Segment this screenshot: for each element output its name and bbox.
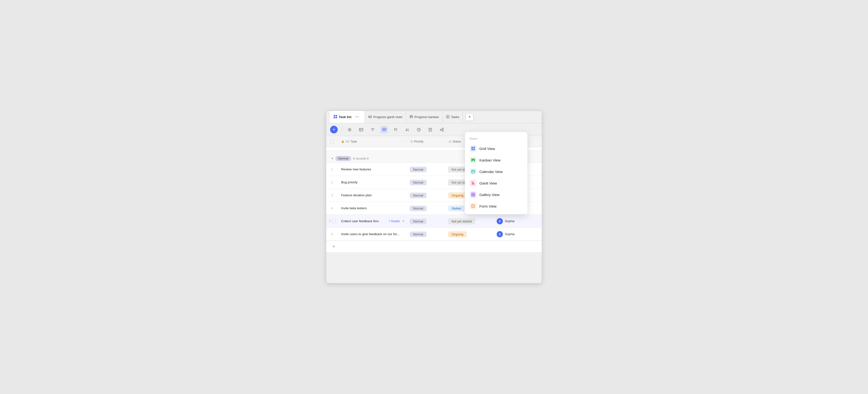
row-priority-3: Normal (407, 193, 446, 197)
row-task-4[interactable]: Invite beta testers (338, 206, 407, 210)
row-assignee-6: S Sophia (494, 231, 542, 237)
tab-kanban-icon (409, 115, 413, 119)
svg-rect-6 (371, 115, 372, 118)
group-label[interactable]: ▼ Normal 6 records ▾ (326, 156, 407, 161)
avatar-6: S (497, 231, 503, 237)
row-task-actions-5: ↗ Details + (388, 219, 404, 223)
row-checkbox-5[interactable] (332, 219, 336, 223)
footer-row: + (326, 241, 542, 252)
tab-task-list[interactable]: Task list ··· (330, 111, 365, 123)
svg-rect-43 (473, 195, 475, 196)
lock-icon: 🔒 (341, 140, 344, 143)
svg-rect-4 (369, 116, 369, 118)
svg-point-14 (349, 129, 350, 130)
svg-rect-21 (429, 128, 432, 131)
tab-progress-kanban[interactable]: Progress kanban (406, 111, 443, 123)
row-task-1[interactable]: Review new features (338, 167, 407, 171)
row-task-6[interactable]: Invite users to give feedback on our for… (338, 232, 407, 236)
add-tab-button[interactable]: + (466, 113, 473, 121)
tab-bar: Task list ··· Progress gantt chart Progr… (326, 111, 542, 123)
add-record-button[interactable]: + (330, 126, 338, 133)
settings-button[interactable] (346, 126, 353, 133)
table-row: 6 Invite users to give feedback on our f… (326, 228, 542, 241)
th-checkbox (326, 140, 338, 143)
share-button[interactable] (438, 126, 445, 133)
svg-rect-9 (412, 115, 413, 118)
svg-rect-27 (473, 149, 475, 150)
expand-icon-5: ↗ (388, 220, 390, 223)
dropdown-item-grid-view[interactable]: Grid View (465, 143, 527, 154)
dropdown-item-form-view[interactable]: Form View (465, 200, 527, 212)
add-field-5[interactable]: + (402, 219, 404, 223)
assignee-name-6: Sophia (505, 232, 515, 236)
svg-rect-36 (473, 171, 474, 172)
sort-az-button[interactable] (392, 126, 399, 133)
clock-button[interactable] (415, 126, 423, 133)
add-tab-icon: + (468, 114, 471, 120)
svg-line-22 (441, 129, 442, 129)
svg-rect-40 (471, 193, 473, 194)
row-num-5: ⠿ (326, 219, 338, 223)
svg-rect-0 (334, 115, 335, 117)
add-row-button[interactable]: + (331, 243, 337, 250)
svg-rect-29 (473, 159, 474, 161)
tab-task-list-more[interactable]: ··· (353, 111, 361, 123)
svg-rect-7 (410, 115, 411, 118)
row-num-2: 2 (326, 181, 338, 184)
assignee-name-5: Sophia (505, 219, 515, 223)
gallery-view-label: Gallery View (479, 193, 499, 197)
gallery-view-icon (470, 191, 476, 198)
tab-progress-gantt[interactable]: Progress gantt chart (365, 111, 406, 123)
svg-rect-13 (448, 117, 450, 118)
group-chevron-icon[interactable]: ▼ (331, 157, 334, 160)
svg-rect-3 (336, 117, 337, 118)
svg-rect-10 (446, 115, 448, 117)
priority-badge-2: Normal (410, 180, 427, 185)
dropdown-item-calendar-view[interactable]: Calendar View (465, 166, 527, 177)
row-num-1: 1 (326, 168, 338, 171)
row-task-5[interactable]: Collect user feedback thro ↗ Details + (338, 219, 407, 223)
row-task-3[interactable]: Feature iteration plan (338, 193, 407, 197)
svg-rect-1 (336, 115, 337, 117)
row-assignee-5: S Sophia (494, 218, 542, 224)
priority-badge-6: Normal (410, 232, 427, 237)
filter-button[interactable] (369, 126, 376, 133)
dropdown-section-label: Basic (465, 136, 527, 143)
group-count: 6 records ▾ (353, 157, 369, 160)
th-status-icon: ⊙ (448, 140, 451, 143)
row-priority-1: Normal (407, 167, 446, 171)
tab-tasks[interactable]: Tasks (443, 111, 463, 123)
svg-rect-24 (471, 147, 473, 148)
avatar-5: S (497, 218, 503, 224)
row-task-name-6: Invite users to give feedback on our for… (341, 232, 404, 236)
row-status-6: Ongoing (446, 232, 494, 236)
sort-za-button[interactable] (403, 126, 411, 133)
drag-handle-5[interactable]: ⠿ (329, 219, 331, 223)
dropdown-item-gallery-view[interactable]: Gallery View (465, 189, 527, 200)
row-task-2[interactable]: Bug priority (338, 180, 407, 184)
clipboard-button[interactable] (426, 126, 434, 133)
svg-rect-31 (471, 170, 475, 173)
svg-rect-39 (472, 184, 474, 185)
row-task-name-1: Review new features (341, 167, 404, 171)
row-priority-6: Normal (407, 232, 446, 236)
app-container: Task list ··· Progress gantt chart Progr… (326, 110, 542, 284)
priority-badge-3: Normal (410, 193, 427, 198)
tab-gantt-icon (368, 115, 372, 119)
table-settings-button[interactable] (357, 126, 365, 133)
priority-badge-5: Normal (410, 219, 427, 224)
dropdown-item-gantt-view[interactable]: Gantt View (465, 177, 527, 189)
status-badge-4: Stalled (448, 205, 464, 211)
details-link-5[interactable]: ↗ Details (388, 220, 400, 223)
tab-progress-gantt-label: Progress gantt chart (373, 115, 403, 119)
svg-rect-37 (471, 182, 474, 183)
th-task: 🔒 AΞ Task (338, 140, 407, 143)
dropdown-item-kanban-view[interactable]: Kanban View (465, 154, 527, 166)
header-checkbox[interactable] (330, 140, 334, 143)
table-row: ⠿ Collect user feedback thro ↗ Details +… (326, 215, 542, 228)
svg-rect-35 (472, 171, 473, 172)
tab-task-list-icon (334, 115, 337, 119)
svg-rect-19 (382, 130, 386, 131)
group-button[interactable] (380, 126, 388, 133)
gantt-view-icon (470, 180, 476, 187)
